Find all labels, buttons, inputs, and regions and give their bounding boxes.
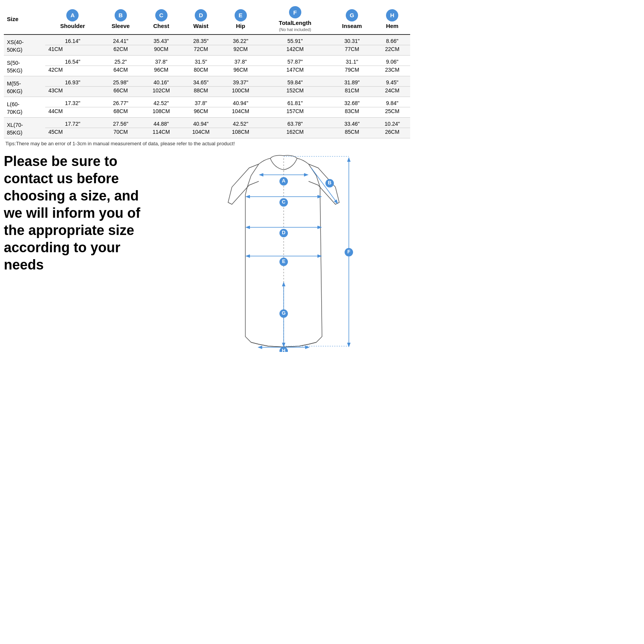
- cell-inseam-imperial: 32.68": [330, 97, 374, 107]
- cell-shoulder-imperial: 17.32": [45, 97, 100, 107]
- table-row: 43CM66CM102CM88CM100CM152CM81CM24CM: [4, 87, 410, 97]
- cell-inseam-metric: 79CM: [330, 66, 374, 76]
- cell-totallength-imperial: 59.84": [260, 76, 330, 87]
- cell-hem-imperial: 9.84": [374, 97, 410, 107]
- cell-waist-metric: 80CM: [181, 66, 221, 76]
- table-row: 41CM62CM90CM72CM92CM142CM77CM22CM: [4, 45, 410, 56]
- cell-hem-imperial: 9.06": [374, 56, 410, 66]
- garment-diagram: A B C D: [157, 153, 410, 352]
- svg-text:G: G: [282, 310, 286, 316]
- cell-hip-metric: 108CM: [221, 128, 261, 138]
- cell-totallength-metric: 147CM: [260, 66, 330, 76]
- svg-text:A: A: [282, 178, 286, 184]
- arrow-h: H: [259, 347, 309, 352]
- table-row: 42CM64CM96CM80CM96CM147CM79CM23CM: [4, 66, 410, 76]
- arrow-c: C: [246, 197, 321, 207]
- cell-chest-metric: 114CM: [141, 128, 181, 138]
- cell-chest-imperial: 40.16": [141, 76, 181, 87]
- cell-hip-metric: 100CM: [221, 87, 261, 97]
- svg-text:H: H: [282, 348, 285, 352]
- bottom-section: Please be sure to contact us before choo…: [4, 153, 410, 353]
- table-row: XL(70-85KG)17.72"27.56"44.88"40.94"42.52…: [4, 118, 410, 128]
- cell-size: S(50-55KG): [4, 56, 45, 76]
- cell-hip-metric: 96CM: [221, 66, 261, 76]
- cell-chest-metric: 90CM: [141, 45, 181, 56]
- arrow-a: A: [260, 175, 307, 186]
- cell-shoulder-imperial: 16.54": [45, 56, 100, 66]
- table-row: M(55-60KG)16.93"25.98"40.16"34.65"39.37"…: [4, 76, 410, 87]
- col-header-sleeve: B Sleeve: [100, 4, 141, 34]
- svg-text:E: E: [282, 258, 286, 264]
- cell-sleeve-metric: 70CM: [100, 128, 141, 138]
- cell-sleeve-imperial: 24.41": [100, 34, 141, 45]
- cell-waist-imperial: 34.65": [181, 76, 221, 87]
- size-table: Size A Shoulder B Sleeve: [4, 4, 410, 138]
- cell-totallength-metric: 162CM: [260, 128, 330, 138]
- cell-hip-imperial: 36.22": [221, 34, 261, 45]
- table-row: S(50-55KG)16.54"25.2"37.8"31.5"37.8"57.8…: [4, 56, 410, 66]
- cell-totallength-imperial: 55.91": [260, 34, 330, 45]
- cell-waist-imperial: 37.8": [181, 97, 221, 107]
- table-body: XS(40-50KG)16.14"24.41"35.43"28.35"36.22…: [4, 34, 410, 138]
- diagram-container: A B C D: [157, 153, 410, 353]
- table-row: L(60-70KG)17.32"26.77"42.52"37.8"40.94"6…: [4, 97, 410, 107]
- col-header-inseam: G Inseam: [330, 4, 374, 34]
- cell-waist-metric: 88CM: [181, 87, 221, 97]
- cell-hip-metric: 92CM: [221, 45, 261, 56]
- circle-e: E: [235, 9, 247, 21]
- circle-a: A: [66, 9, 79, 21]
- table-row: 44CM68CM108CM96CM104CM157CM83CM25CM: [4, 107, 410, 118]
- tip-text: Tips:There may be an error of 1-3cm in m…: [4, 141, 410, 146]
- cell-chest-metric: 108CM: [141, 107, 181, 118]
- circle-d: D: [195, 9, 207, 21]
- cell-hip-imperial: 39.37": [221, 76, 261, 87]
- arrow-g: G: [279, 283, 288, 346]
- cell-totallength-imperial: 57.87": [260, 56, 330, 66]
- cell-inseam-imperial: 31.1": [330, 56, 374, 66]
- page-container: Size A Shoulder B Sleeve: [4, 4, 410, 353]
- cell-shoulder-metric: 43CM: [45, 87, 100, 97]
- cell-chest-imperial: 37.8": [141, 56, 181, 66]
- cell-waist-metric: 104CM: [181, 128, 221, 138]
- svg-text:F: F: [347, 249, 350, 255]
- svg-text:C: C: [282, 199, 286, 205]
- cell-hem-imperial: 8.66": [374, 34, 410, 45]
- cell-sleeve-imperial: 27.56": [100, 118, 141, 128]
- cell-hem-metric: 24CM: [374, 87, 410, 97]
- cell-shoulder-imperial: 16.93": [45, 76, 100, 87]
- arrow-f: F: [345, 158, 353, 346]
- table-row: 45CM70CM114CM104CM108CM162CM85CM26CM: [4, 128, 410, 138]
- cell-waist-imperial: 31.5": [181, 56, 221, 66]
- cell-shoulder-metric: 44CM: [45, 107, 100, 118]
- arrow-b: B: [311, 168, 337, 203]
- col-header-hip: E Hip: [221, 4, 261, 34]
- cell-size: M(55-60KG): [4, 76, 45, 97]
- cell-sleeve-imperial: 25.98": [100, 76, 141, 87]
- cell-sleeve-imperial: 26.77": [100, 97, 141, 107]
- cell-shoulder-imperial: 17.72": [45, 118, 100, 128]
- cell-sleeve-metric: 66CM: [100, 87, 141, 97]
- cell-inseam-metric: 83CM: [330, 107, 374, 118]
- table-row: XS(40-50KG)16.14"24.41"35.43"28.35"36.22…: [4, 34, 410, 45]
- arrow-d: D: [246, 227, 321, 237]
- cell-inseam-imperial: 30.31": [330, 34, 374, 45]
- cell-inseam-metric: 77CM: [330, 45, 374, 56]
- circle-c: C: [155, 9, 168, 21]
- circle-f: F: [289, 6, 301, 18]
- cell-hem-metric: 22CM: [374, 45, 410, 56]
- cell-waist-metric: 96CM: [181, 107, 221, 118]
- cell-inseam-metric: 81CM: [330, 87, 374, 97]
- cell-hem-metric: 26CM: [374, 128, 410, 138]
- circle-h: H: [386, 9, 398, 21]
- cell-size: L(60-70KG): [4, 97, 45, 118]
- cell-shoulder-metric: 41CM: [45, 45, 100, 56]
- cell-inseam-imperial: 31.89": [330, 76, 374, 87]
- cell-hem-imperial: 9.45": [374, 76, 410, 87]
- cell-inseam-imperial: 33.46": [330, 118, 374, 128]
- cell-chest-imperial: 35.43": [141, 34, 181, 45]
- cell-sleeve-imperial: 25.2": [100, 56, 141, 66]
- cell-chest-metric: 96CM: [141, 66, 181, 76]
- cell-totallength-metric: 152CM: [260, 87, 330, 97]
- circle-b: B: [115, 9, 127, 21]
- svg-text:B: B: [328, 180, 331, 186]
